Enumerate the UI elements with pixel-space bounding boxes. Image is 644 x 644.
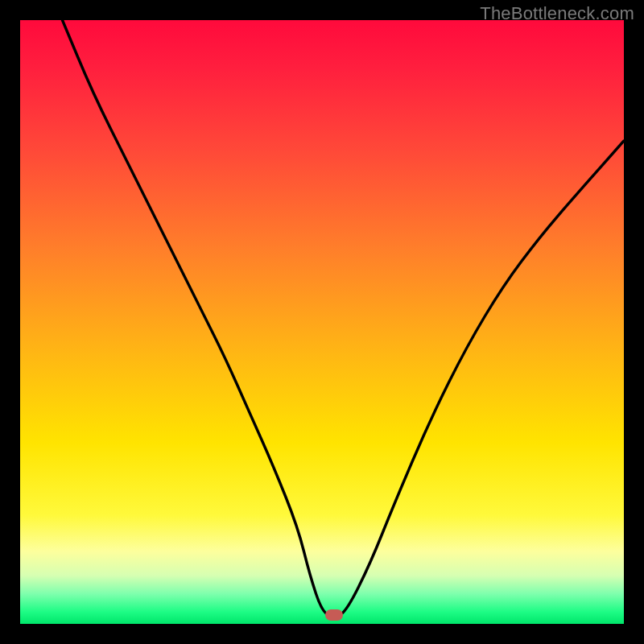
optimum-marker (325, 609, 343, 621)
bottleneck-curve (20, 20, 624, 624)
watermark-text: TheBottleneck.com (480, 3, 634, 24)
chart-frame: TheBottleneck.com (0, 0, 644, 644)
plot-area (20, 20, 624, 624)
